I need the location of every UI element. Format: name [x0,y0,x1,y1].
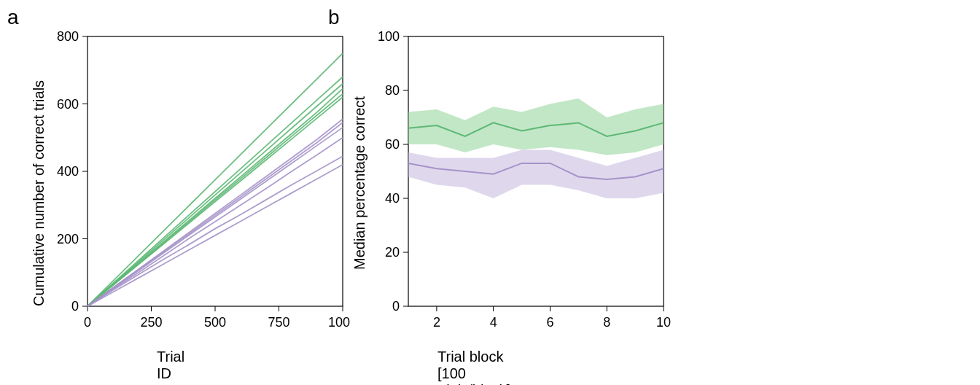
svg-text:40: 40 [385,191,400,206]
svg-text:20: 20 [385,245,400,260]
figure: a Cumulative number of correct trials 02… [0,0,980,385]
svg-marker-44 [408,98,664,155]
panel-a-xlabel: Trial ID [157,349,184,382]
svg-text:0: 0 [392,299,400,314]
svg-text:80: 80 [385,83,400,98]
svg-text:4: 4 [490,315,497,330]
panel-b-plot: 246810020406080100 [365,15,671,365]
svg-text:8: 8 [603,315,610,330]
svg-rect-0 [88,36,343,306]
panel-a-label: a [7,6,19,29]
svg-text:200: 200 [57,232,79,246]
svg-text:500: 500 [204,315,226,330]
panel-b-label: b [328,6,340,29]
svg-text:400: 400 [57,164,79,179]
svg-text:100: 100 [378,29,400,44]
svg-text:2: 2 [433,315,440,330]
svg-text:250: 250 [140,315,162,330]
svg-text:800: 800 [57,29,79,44]
svg-text:0: 0 [71,299,79,314]
svg-text:750: 750 [268,315,289,330]
svg-text:600: 600 [57,97,79,112]
svg-text:0: 0 [84,315,91,330]
panel-a-plot: 025050075010000200400600800 [44,15,350,365]
svg-text:1000: 1000 [328,315,350,330]
svg-text:10: 10 [656,315,671,330]
svg-marker-45 [408,149,664,198]
panel-b-xlabel: Trial block [100 trials/block] [438,349,510,385]
svg-text:60: 60 [385,137,400,152]
svg-text:6: 6 [546,315,553,330]
